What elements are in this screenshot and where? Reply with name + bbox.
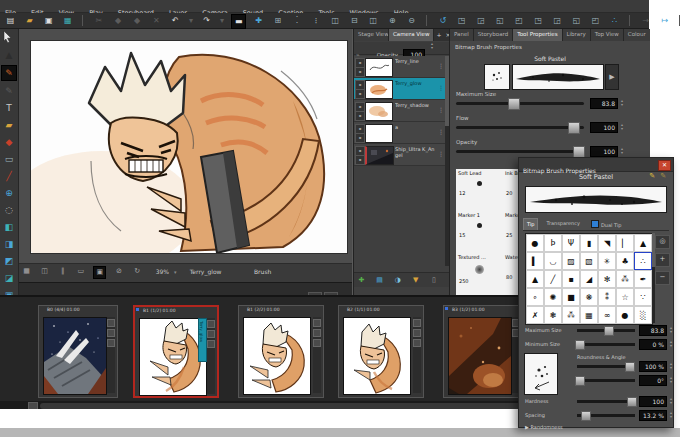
duplicate-panel-icon[interactable]: ◲: [474, 14, 487, 27]
brush-tip[interactable]: ✗: [526, 306, 544, 324]
opacity-stepper[interactable]: ▴▾: [621, 147, 623, 155]
brush-tip[interactable]: ⁂: [562, 306, 580, 324]
panel-mini-icon[interactable]: [207, 340, 215, 348]
angle-value[interactable]: 0°: [639, 375, 667, 386]
slider-handle[interactable]: [508, 98, 520, 110]
workspace-splitter[interactable]: ∧∨: [19, 282, 352, 296]
zoom-out-icon[interactable]: ⊖: [405, 14, 418, 27]
paint-tool-icon[interactable]: ◆: [2, 135, 16, 149]
rectangle-tool-icon[interactable]: ▭: [2, 152, 16, 166]
zoom-caret-icon[interactable]: ▾: [174, 269, 177, 275]
jump-end-icon[interactable]: ↦: [658, 14, 671, 27]
panel-thumbnail-b1-2[interactable]: B1 (2/2) 01:00: [238, 305, 324, 398]
tab-transparency[interactable]: Transparency: [544, 218, 583, 229]
brush-tip[interactable]: ∞: [598, 306, 616, 324]
brush-tip[interactable]: ▏: [616, 234, 634, 252]
minimum-size-slider[interactable]: [577, 343, 635, 346]
maximum-size-value[interactable]: 83.8: [590, 98, 618, 109]
layer-row-terry-shadow[interactable]: ▪▪ Terry_shadow ⋮: [354, 100, 445, 122]
spacing-slider[interactable]: [577, 414, 635, 417]
brush-tip[interactable]: ☆: [616, 288, 634, 306]
tab-tip[interactable]: Tip: [523, 218, 538, 230]
stepper[interactable]: ▴▾: [670, 376, 672, 384]
preset-marker-1[interactable]: Marker 115: [456, 211, 504, 254]
line-tool-icon[interactable]: ╱: [2, 169, 16, 183]
tab-dual-tip[interactable]: Dual Tip: [588, 218, 625, 229]
maximum-size-stepper[interactable]: ▴▾: [621, 99, 623, 107]
slider-handle[interactable]: [568, 122, 580, 134]
brush-tip[interactable]: ▲: [526, 270, 544, 288]
brush-tip[interactable]: ◡: [544, 252, 562, 270]
panel-mini-icon[interactable]: [313, 319, 321, 327]
brush-tip[interactable]: Ψ: [562, 234, 580, 252]
close-gap-icon[interactable]: ◆: [112, 14, 125, 27]
brush-tool-icon[interactable]: ✎: [1, 65, 17, 81]
brush-tip[interactable]: ⁂: [616, 270, 634, 288]
view-layout-2-icon[interactable]: ⊟: [348, 14, 361, 27]
brush-tip[interactable]: ⁑: [598, 288, 616, 306]
brush-tip[interactable]: ░: [634, 306, 652, 324]
layer-menu-icon[interactable]: ⋮: [438, 62, 444, 69]
zoom-in-icon[interactable]: ⊕: [386, 14, 399, 27]
stepper[interactable]: ▴▾: [670, 411, 672, 419]
panel-mini-icon[interactable]: [413, 329, 421, 337]
brush-tip[interactable]: ▪: [562, 270, 580, 288]
maximum-size-value[interactable]: 83.8: [639, 325, 667, 336]
brush-tip[interactable]: ■: [562, 288, 580, 306]
rotate-view-tool-icon[interactable]: ⊕: [2, 186, 16, 200]
pencil-tool-icon[interactable]: ✎: [2, 84, 16, 98]
new-brush-icon[interactable]: ✎: [649, 172, 655, 180]
share-icon[interactable]: ∴: [608, 14, 621, 27]
preset-soft-lead[interactable]: Soft Lead12: [456, 169, 504, 212]
layer-transform-tool-icon[interactable]: ◨: [2, 237, 16, 251]
panel-mini-icon[interactable]: [107, 329, 115, 337]
panel-mini-icon[interactable]: [313, 339, 321, 347]
flow-slider[interactable]: [456, 126, 584, 129]
opacity-slider[interactable]: [456, 150, 584, 153]
add-tip-button[interactable]: +: [655, 253, 670, 267]
layer-menu-icon[interactable]: ⋮: [438, 106, 444, 113]
roundness-value[interactable]: 100 %: [639, 361, 667, 372]
dialog-title-bar[interactable]: Bitmap Brush Properties ✕: [519, 158, 673, 172]
brush-tip[interactable]: ❋: [580, 288, 598, 306]
maximum-size-slider[interactable]: [577, 329, 635, 332]
brush-tip[interactable]: ✒: [634, 270, 652, 288]
brush-tip[interactable]: ✺: [544, 288, 562, 306]
layer-row-terry-glow[interactable]: ▪▪ Terry_glow ⋮: [354, 78, 445, 100]
panel-thumbnail-b3[interactable]: B3 (1/2) 01:00: [443, 305, 523, 398]
grid-toggle-icon[interactable]: ▦: [21, 266, 32, 277]
view-layout-1-icon[interactable]: ◫: [329, 14, 342, 27]
view-layout-3-icon[interactable]: ◫: [367, 14, 380, 27]
redo-icon[interactable]: ↷: [200, 14, 213, 27]
layer-lock-toggle[interactable]: ▪: [355, 67, 365, 77]
hardness-value[interactable]: 100: [639, 396, 667, 407]
brush-tip[interactable]: ∵: [634, 288, 652, 306]
panel-mini-icon[interactable]: [107, 339, 115, 347]
tab-library[interactable]: Library: [563, 29, 591, 41]
brush-tip[interactable]: ▨: [562, 252, 580, 270]
opacity-value[interactable]: 100: [590, 146, 618, 157]
layer-menu-icon[interactable]: ⋮: [438, 84, 444, 91]
layer-menu-icon[interactable]: ⋮: [438, 150, 444, 157]
grid-icon[interactable]: ⊞: [271, 14, 284, 27]
contour-tool-icon[interactable]: ▲: [2, 48, 16, 62]
split-panel-icon[interactable]: ◰: [589, 14, 602, 27]
slider-handle[interactable]: [575, 340, 585, 350]
brush-tip[interactable]: ▮: [580, 234, 598, 252]
brush-tip[interactable]: ✳: [598, 252, 616, 270]
delete-panel-icon[interactable]: ◱: [494, 14, 507, 27]
tab-storyboard[interactable]: Storyboard: [474, 29, 513, 41]
brush-tip[interactable]: ∘: [526, 288, 544, 306]
layer-row-terry-line[interactable]: ▪▪ Terry_line ⋮: [354, 56, 445, 78]
tab-tool-properties[interactable]: Tool Properties: [513, 29, 562, 41]
stepper[interactable]: ▴▾: [670, 340, 672, 348]
tab-panel[interactable]: Panel: [450, 29, 474, 41]
dual-tip-checkbox[interactable]: [591, 220, 599, 228]
text-tool-icon[interactable]: T: [2, 101, 16, 115]
panel-mini-icon[interactable]: [207, 320, 215, 328]
layer-lock-toggle[interactable]: ▪: [355, 133, 365, 143]
delete-icon[interactable]: ✕: [150, 14, 163, 27]
add-panel-icon[interactable]: ◳: [455, 14, 468, 27]
onion-skin-tool-icon[interactable]: ◪: [2, 271, 16, 285]
add-group-icon[interactable]: ◑: [392, 275, 403, 286]
